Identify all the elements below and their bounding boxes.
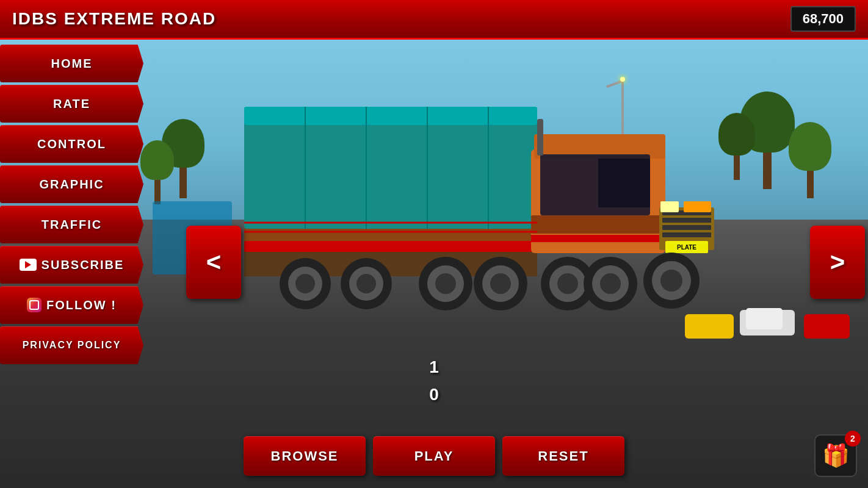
instagram-icon [27,298,42,312]
svg-point-29 [356,274,376,293]
traffic-button[interactable]: TRAFFIC [0,206,143,243]
svg-text:PLATE: PLATE [677,244,696,251]
svg-rect-2 [244,107,537,125]
play-button[interactable]: PLAY [373,436,495,476]
nav-left-arrow[interactable]: < [186,226,241,299]
svg-rect-20 [660,201,679,212]
home-button[interactable]: HOME [0,45,143,82]
header: IDBS EXTREME ROAD 68,700 [0,0,868,40]
tree-right-2 [789,122,831,198]
control-button[interactable]: CONTROL [0,125,143,163]
privacy-policy-button[interactable]: PRIVACY POLICY [0,326,143,364]
bg-car-silver [746,308,783,329]
svg-rect-17 [662,218,711,223]
follow-button[interactable]: FOLLOW ! [0,286,143,324]
svg-rect-7 [244,241,537,252]
nav-right-arrow[interactable]: > [810,226,865,299]
svg-rect-13 [531,235,665,242]
graphic-button[interactable]: GRAPHIC [0,165,143,203]
youtube-icon [20,259,37,271]
gift-badge: 2 [845,431,861,447]
sidebar-menu: HOME RATE CONTROL GRAPHIC TRAFFIC SUBSCR… [0,40,151,364]
svg-point-35 [490,273,511,294]
counter-line1: 1 [429,354,439,381]
svg-rect-19 [662,232,711,237]
svg-rect-12 [531,215,665,234]
svg-point-41 [600,273,621,294]
subscribe-button[interactable]: SUBSCRIBE [0,246,143,284]
svg-point-38 [557,273,578,294]
svg-point-32 [435,273,456,294]
reset-button[interactable]: RESET [502,436,624,476]
svg-rect-21 [684,201,711,212]
vehicle-counter: 1 0 [429,354,439,409]
gift-icon: 🎁 [822,443,850,468]
browse-button[interactable]: BROWSE [244,436,366,476]
bg-car-red [804,314,850,339]
counter-line2: 0 [429,381,439,409]
game-title: IDBS EXTREME ROAD [12,9,216,29]
svg-rect-18 [662,225,711,230]
truck-svg: PLATE [232,101,732,363]
bottom-actions: BROWSE PLAY RESET [244,436,624,476]
rate-button[interactable]: RATE [0,85,143,123]
gift-button[interactable]: 🎁 2 [814,434,857,477]
svg-point-26 [295,274,315,293]
svg-point-44 [660,270,682,292]
svg-rect-14 [598,159,650,207]
svg-rect-45 [537,119,543,156]
currency-display: 68,700 [790,6,856,32]
